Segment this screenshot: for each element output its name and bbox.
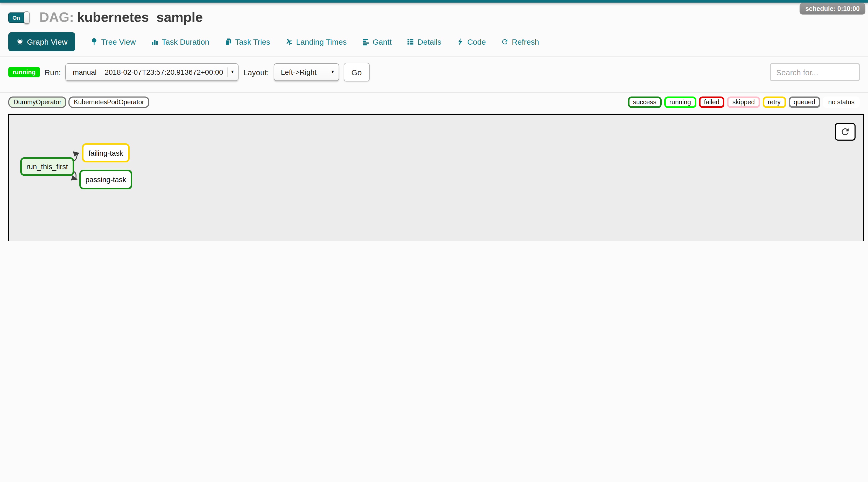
dag-pause-toggle[interactable]: On <box>8 12 33 23</box>
dag-header: On DAG:kubernetes_sample Graph View Tree… <box>0 3 868 51</box>
run-status-badge: running <box>8 67 40 77</box>
tab-label: Refresh <box>512 37 539 46</box>
list-icon <box>407 38 414 46</box>
legend-no-status: no status <box>823 96 860 108</box>
tab-code[interactable]: Code <box>456 32 486 51</box>
tab-label: Landing Times <box>296 37 347 46</box>
layout-select[interactable]: Left->Right ▼ <box>274 63 339 81</box>
tab-label: Tree View <box>101 37 135 46</box>
legend-running: running <box>664 96 696 108</box>
task-node-failing-task[interactable]: failing-task <box>82 143 130 162</box>
top-navbar-strip <box>0 0 868 3</box>
legend-failed: failed <box>699 96 725 108</box>
legend-skipped: skipped <box>727 96 760 108</box>
operator-pill-kubernetespod: KubernetesPodOperator <box>69 96 149 108</box>
tab-label: Code <box>467 37 486 46</box>
run-controls-bar: running Run: manual__2018-02-07T23:57:20… <box>0 57 868 88</box>
tab-task-tries[interactable]: Task Tries <box>224 32 270 51</box>
search-input[interactable] <box>770 63 860 81</box>
bar-chart-icon <box>151 38 159 46</box>
state-legend: success running failed skipped retry que… <box>628 96 860 108</box>
dag-edges <box>9 115 864 241</box>
tree-icon <box>90 38 98 46</box>
dag-toggle-knob[interactable] <box>24 11 30 24</box>
graph-refresh-button[interactable] <box>835 123 856 141</box>
task-node-run-this-first[interactable]: run_this_first <box>20 157 74 176</box>
tab-label: Gantt <box>373 37 392 46</box>
layout-select-value: Left->Right <box>281 68 316 76</box>
airflow-graph-view-page: schedule: 0:10:00 On DAG:kubernetes_samp… <box>0 0 868 241</box>
schedule-badge: schedule: 0:10:00 <box>800 3 865 14</box>
tab-label: Graph View <box>27 37 67 46</box>
chevron-down-icon: ▼ <box>227 67 236 77</box>
run-select-value: manual__2018-02-07T23:57:20.913672+00:00 <box>73 68 223 76</box>
refresh-icon <box>840 127 850 137</box>
dag-title-row: On DAG:kubernetes_sample <box>8 9 860 25</box>
layout-label: Layout: <box>243 68 269 77</box>
tab-landing-times[interactable]: Landing Times <box>285 32 347 51</box>
edge-run-to-passing <box>74 172 77 179</box>
dag-name: kubernetes_sample <box>77 9 203 25</box>
view-tabs: Graph View Tree View Task Duration Task … <box>8 32 860 51</box>
tab-task-duration[interactable]: Task Duration <box>151 32 209 51</box>
tab-gantt[interactable]: Gantt <box>362 32 392 51</box>
tab-tree-view[interactable]: Tree View <box>90 32 135 51</box>
tab-refresh[interactable]: Refresh <box>501 32 539 51</box>
page-title: DAG:kubernetes_sample <box>39 9 203 25</box>
tab-details[interactable]: Details <box>407 32 441 51</box>
chevron-down-icon: ▼ <box>328 67 336 77</box>
tab-label: Details <box>418 37 441 46</box>
refresh-icon <box>501 38 509 46</box>
legend-row: DummyOperator KubernetesPodOperator succ… <box>0 93 868 112</box>
dag-graph-canvas[interactable]: run_this_first failing-task passing-task <box>8 114 864 241</box>
go-button[interactable]: Go <box>343 63 369 82</box>
task-node-passing-task[interactable]: passing-task <box>79 170 132 189</box>
legend-queued: queued <box>788 96 820 108</box>
legend-success: success <box>628 96 661 108</box>
run-select[interactable]: manual__2018-02-07T23:57:20.913672+00:00… <box>66 63 239 81</box>
legend-retry: retry <box>763 96 786 108</box>
align-left-icon <box>362 38 369 46</box>
operator-pill-dummy: DummyOperator <box>8 96 67 108</box>
tab-label: Task Duration <box>162 37 209 46</box>
tab-graph-view[interactable]: Graph View <box>8 32 75 51</box>
run-label: Run: <box>44 68 61 77</box>
plane-icon <box>285 38 293 46</box>
edge-run-to-failing <box>74 153 79 161</box>
dag-title-prefix: DAG: <box>39 9 74 25</box>
tab-label: Task Tries <box>235 37 270 46</box>
copy-icon <box>224 38 232 46</box>
bolt-icon <box>456 38 464 46</box>
burst-icon <box>16 38 24 46</box>
